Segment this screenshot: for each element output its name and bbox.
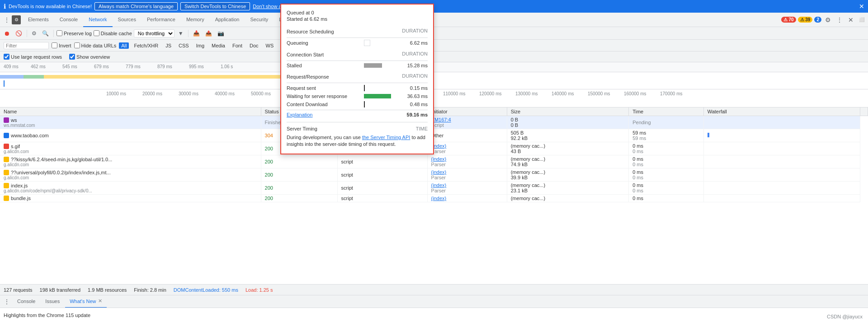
import-icon[interactable]: 📥: [191, 29, 202, 37]
screenshot-icon[interactable]: 📷: [216, 29, 226, 37]
disable-cache-checkbox[interactable]: [94, 30, 99, 36]
tick-4: 679 ms: [94, 64, 109, 69]
notification-bar: ℹ DevTools is now available in Chinese! …: [0, 0, 868, 13]
clear-button[interactable]: 🚫: [14, 29, 24, 37]
preserve-log-label[interactable]: Preserve log: [57, 30, 92, 36]
explanation-link[interactable]: Explanation: [287, 112, 313, 117]
invert-label[interactable]: Invert: [52, 42, 71, 48]
tab-memory[interactable]: Memory: [181, 13, 210, 27]
row-waterfall: [703, 168, 860, 182]
ext-tick-10: 130000 ms: [515, 91, 538, 96]
timing-total-row: Explanation 59.16 ms: [287, 110, 428, 117]
record-button[interactable]: ⏺: [2, 29, 12, 38]
waterfall-overview-bar: [0, 75, 294, 79]
filter-ws-button[interactable]: WS: [264, 42, 276, 49]
filter-font-button[interactable]: Font: [230, 42, 245, 49]
more-tabs-icon[interactable]: ⋮: [2, 15, 12, 24]
throttle-profiles-icon[interactable]: ▼: [176, 29, 185, 37]
requests-panel[interactable]: Name Status Type Initiator Size Time Wat…: [0, 107, 868, 284]
table-row[interactable]: ??kissy/k/6.2.4/seed-min.js,kg/global-ut…: [0, 155, 868, 168]
close-notif-button[interactable]: ✕: [859, 3, 864, 10]
tab-security[interactable]: Security: [245, 13, 274, 27]
filter-icon[interactable]: ⚙: [30, 29, 38, 37]
row-time: 0 ms0 ms: [629, 182, 704, 195]
bottom-tab-issues[interactable]: Issues: [41, 295, 64, 308]
bottom-tab-whats-new[interactable]: What's New ✕: [65, 295, 106, 308]
filter-doc-button[interactable]: Doc: [247, 42, 261, 49]
table-row[interactable]: index.js g.alicdn.com/code/npm/@ali/priv…: [0, 182, 868, 195]
warning-badge: ⚠ 39: [798, 17, 813, 23]
row-type: script: [337, 195, 427, 202]
tab-console[interactable]: Console: [54, 13, 83, 27]
settings-icon[interactable]: ⚙: [823, 14, 833, 25]
close-devtools-icon[interactable]: ✕: [846, 14, 855, 25]
filter-css-button[interactable]: CSS: [176, 42, 191, 49]
devtools-tab-bar: ⋮ ⚙ Elements Console Network Sources Per…: [0, 13, 868, 27]
row-initiator: (index) Parser: [427, 142, 507, 155]
show-overview-checkbox[interactable]: [69, 54, 75, 60]
large-rows-label[interactable]: Use large request rows: [4, 54, 62, 60]
row-size: 505 B92.2 kB: [507, 129, 629, 142]
throttle-select[interactable]: No throttling: [134, 29, 175, 37]
queueing-bar: [364, 40, 400, 46]
server-timing-api-link[interactable]: the Server Timing API: [362, 135, 410, 140]
tick-1: 409 ms: [4, 64, 19, 69]
tab-sources[interactable]: Sources: [113, 13, 142, 27]
search-icon[interactable]: 🔍: [40, 29, 51, 37]
script-icon: [4, 196, 9, 201]
match-language-button[interactable]: Always match Chrome's language: [94, 2, 178, 10]
large-rows-checkbox[interactable]: [4, 54, 9, 60]
more-options-icon[interactable]: ⋮: [835, 14, 844, 25]
filter-js-button[interactable]: JS: [163, 42, 174, 49]
filter-fetch-xhr-button[interactable]: Fetch/XHR: [132, 42, 160, 49]
export-icon[interactable]: 📤: [203, 29, 214, 37]
requests-table: Name Status Type Initiator Size Time Wat…: [0, 107, 868, 202]
filter-img-button[interactable]: Img: [194, 42, 207, 49]
col-header-name[interactable]: Name: [0, 107, 261, 116]
expand-icon[interactable]: ⬜: [857, 15, 866, 24]
show-overview-label[interactable]: Show overview: [69, 54, 110, 60]
tab-elements[interactable]: Elements: [23, 13, 54, 27]
col-header-size[interactable]: Size: [507, 107, 629, 116]
preserve-log-checkbox[interactable]: [57, 30, 62, 36]
started-at: Started at 6.62 ms: [287, 16, 428, 22]
timing-row-stalled: Stalled 15.28 ms: [287, 63, 428, 68]
row-waterfall: [703, 155, 860, 168]
tab-network[interactable]: Network: [83, 13, 112, 27]
filter-media-button[interactable]: Media: [209, 42, 227, 49]
extended-timeline: 10000 ms 20000 ms 30000 ms 40000 ms 5000…: [0, 89, 868, 107]
table-row[interactable]: ??universal/polyfill/0.0.2/p/index/index…: [0, 168, 868, 182]
invert-checkbox[interactable]: [52, 42, 57, 48]
table-row[interactable]: bundle.js 200 script (index) (memory cac…: [0, 195, 868, 202]
row-size: (memory cac...): [507, 195, 629, 202]
hide-data-urls-label[interactable]: Hide data URLs: [74, 42, 117, 48]
filter-all-button[interactable]: All: [119, 42, 129, 49]
stalled-bar: [364, 63, 400, 68]
csdn-watermark: CSDN @jiayucx: [827, 314, 863, 319]
tab-performance[interactable]: Performance: [142, 13, 181, 27]
info-badge: 2: [814, 17, 821, 23]
ext-tick-12: 150000 ms: [588, 91, 610, 96]
script-icon: [4, 183, 9, 188]
filter-input[interactable]: [4, 42, 49, 49]
resource-scheduling-header: Resource Scheduling DURATION: [287, 25, 428, 38]
toolbar-separator-3: [188, 30, 189, 37]
timeline-area: 409 ms 462 ms 545 ms 679 ms 779 ms 879 m…: [0, 62, 868, 89]
bottom-tab-console[interactable]: Console: [13, 295, 40, 308]
row-name-cell: bundle.js: [0, 195, 261, 202]
row-waterfall: [703, 195, 860, 202]
close-tab-icon[interactable]: ✕: [98, 298, 102, 304]
toolbar-separator-2: [53, 30, 54, 37]
timing-row-content-download: Content Download 0.48 ms: [287, 101, 428, 107]
switch-devtools-button[interactable]: Switch DevTools to Chinese: [180, 2, 250, 10]
tab-application[interactable]: Application: [210, 13, 245, 27]
col-header-time[interactable]: Time: [629, 107, 704, 116]
col-header-waterfall[interactable]: Waterfall: [703, 107, 860, 116]
request-sent-bar: [364, 85, 400, 91]
row-type: script: [337, 182, 427, 195]
col-header-initiator[interactable]: Initiator: [427, 107, 507, 116]
hide-data-urls-checkbox[interactable]: [74, 42, 80, 48]
bottom-more-icon[interactable]: ⋮: [2, 297, 12, 306]
disable-cache-label[interactable]: Disable cache: [94, 30, 132, 36]
timing-header: Queued at 0 Started at 6.62 ms: [287, 10, 428, 22]
